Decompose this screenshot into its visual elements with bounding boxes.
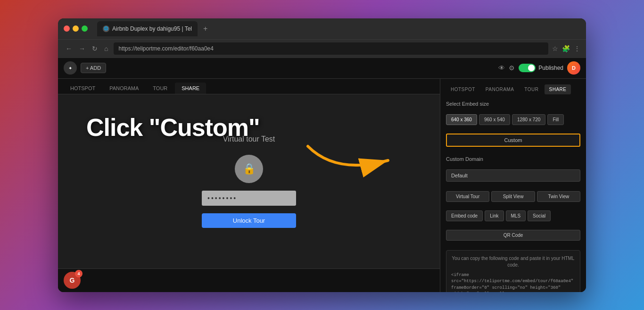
virtual-tour-btn[interactable]: Virtual Tour [446,191,489,202]
forward-button[interactable]: → [77,44,87,53]
close-button[interactable] [64,25,70,32]
back-button[interactable]: ← [64,44,74,53]
url-text: https://teliportme.com/editor/f60aa0e4 [118,45,213,52]
address-bar: ← → ↻ ⌂ https://teliportme.com/editor/f6… [58,39,586,58]
published-toggle: Published [519,64,563,72]
size-buttons: 640 x 360 960 x 540 1280 x 720 Fill [446,114,580,125]
browser-toolbar: ☆ 🧩 ⋮ [552,45,580,52]
mls-btn[interactable]: MLS [506,210,526,221]
refresh-button[interactable]: ↻ [90,44,99,53]
tab-title: Airbnb Duplex by dahigu95 | Tel [112,25,192,32]
tab-hotspot[interactable]: HOTSPOT [64,83,102,94]
topbar-right: 👁 ⚙ Published D [498,61,580,75]
browser-window: 🌐 Airbnb Duplex by dahigu95 | Tel + ← → … [58,18,586,292]
grammarly-badge: 4 [75,270,83,277]
size-960[interactable]: 960 x 540 [479,114,510,125]
embed-description: You can copy the following code and past… [451,255,575,268]
title-bar: 🌐 Airbnb Duplex by dahigu95 | Tel + [58,18,586,39]
annotation-arrow [298,137,402,184]
app-content: ✦ + ADD 👁 ⚙ Published D HOTSPOT PANORAMA [58,58,586,292]
nav-buttons: ← → ↻ ⌂ [64,44,110,53]
view-buttons: Virtual Tour Split View Twin View [446,191,580,202]
browser-tab[interactable]: 🌐 Airbnb Duplex by dahigu95 | Tel [97,21,198,36]
password-input[interactable] [202,191,296,206]
link-btn[interactable]: Link [485,210,504,221]
tour-content: Virtual tour Test 🔒 Unlock Tour Click "C… [58,94,440,268]
split-view-btn[interactable]: Split View [491,191,535,202]
logo-icon: ✦ [68,66,72,71]
tab-panorama[interactable]: PANORAMA [103,83,145,94]
panel-tab-tour[interactable]: TOUR [520,84,543,94]
unlock-tour-button[interactable]: Unlock Tour [202,213,296,228]
traffic-lights [64,25,88,32]
tab-favicon: 🌐 [103,25,109,32]
panel-top-tabs: HOTSPOT PANORAMA TOUR SHARE [446,84,580,94]
tab-share[interactable]: SHARE [175,83,206,94]
bookmark-icon[interactable]: ☆ [552,45,558,52]
main-area: HOTSPOT PANORAMA TOUR SHARE Virtual tour… [58,79,586,292]
maximize-button[interactable] [82,25,88,32]
grammarly-label: G [70,276,75,284]
lock-container: Virtual tour Test 🔒 Unlock Tour [202,135,296,228]
url-bar[interactable]: https://teliportme.com/editor/f60aa0e4 [114,42,548,55]
embed-code-area: You can copy the following code and past… [446,250,580,292]
panel-tab-hotspot[interactable]: HOTSPOT [446,84,480,94]
tour-title: Virtual tour Test [223,135,275,143]
published-label: Published [538,65,563,71]
panel-tab-panorama[interactable]: PANORAMA [481,84,519,94]
size-fill[interactable]: Fill [547,114,564,125]
minimize-button[interactable] [73,25,79,32]
bottom-bar: G 4 [58,268,440,292]
extensions-icon[interactable]: 🧩 [562,45,570,52]
social-btn[interactable]: Social [528,210,551,221]
app-logo: ✦ [64,61,77,75]
tour-preview: HOTSPOT PANORAMA TOUR SHARE Virtual tour… [58,79,440,292]
code-buttons: Embed code Link MLS Social [446,210,580,221]
tab-tour[interactable]: TOUR [146,83,174,94]
preview-icon[interactable]: 👁 [498,64,505,72]
domain-input[interactable] [446,169,580,182]
new-tab-button[interactable]: + [199,25,211,33]
panel-tab-share[interactable]: SHARE [545,84,571,94]
size-640[interactable]: 640 x 360 [446,114,477,125]
settings-icon[interactable]: ⚙ [509,64,515,72]
menu-icon[interactable]: ⋮ [574,45,580,52]
size-1280[interactable]: 1280 x 720 [512,114,546,125]
custom-domain-label: Custom Domain [446,156,580,162]
twin-view-btn[interactable]: Twin View [537,191,580,202]
lock-icon: 🔒 [235,155,263,183]
app-topbar: ✦ + ADD 👁 ⚙ Published D [58,58,586,79]
embed-code-text[interactable]: <iframe src="https://teliportme.com/embe… [451,272,575,292]
user-avatar[interactable]: D [567,61,580,75]
size-section-label: Select Embed size [446,101,580,107]
embed-code-btn[interactable]: Embed code [446,210,483,221]
custom-size-button[interactable]: Custom [446,134,580,147]
publish-switch[interactable] [519,64,536,72]
home-button[interactable]: ⌂ [102,44,110,53]
right-panel: HOTSPOT PANORAMA TOUR SHARE Select Embed… [440,79,586,292]
add-button[interactable]: + ADD [81,63,106,73]
grammarly-icon[interactable]: G 4 [64,272,81,289]
tab-bar: 🌐 Airbnb Duplex by dahigu95 | Tel + [97,21,211,36]
qr-code-btn[interactable]: QR Code [446,230,580,241]
tour-nav-tabs: HOTSPOT PANORAMA TOUR SHARE [58,79,440,94]
